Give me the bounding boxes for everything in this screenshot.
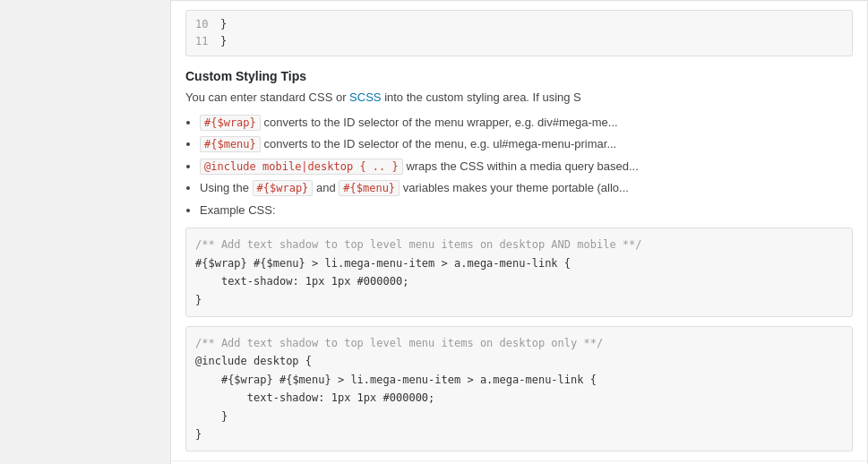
close-brace-outer: } xyxy=(195,428,202,441)
section-intro: You can enter standard CSS or SCSS into … xyxy=(185,89,853,107)
code-line-10: 10 } xyxy=(195,16,843,33)
code-wrap-2: #{$wrap} xyxy=(253,180,314,196)
list-item-4-prefix: Using the xyxy=(200,181,253,194)
comment-1: /** Add text shadow to top level menu it… xyxy=(195,238,642,251)
example-block-1: /** Add text shadow to top level menu it… xyxy=(185,228,853,317)
list-item-5: Example CSS: xyxy=(200,202,853,219)
code-include: @include mobile|desktop { .. } xyxy=(200,159,403,175)
code-top-block: 10 } 11 } xyxy=(185,10,853,56)
selector-2: #{$wrap} #{$menu} > li.mega-menu-item > … xyxy=(221,374,597,386)
property-2: text-shadow: 1px 1px #000000; xyxy=(247,391,435,404)
close-brace-1: } xyxy=(195,294,202,306)
list-item-4-suffix: variables makes your theme portable (all… xyxy=(403,181,629,194)
footer-bar: Save Changes ← xyxy=(171,460,867,464)
list-item-3-text: wraps the CSS within a media query based… xyxy=(406,159,638,173)
line-number-11: 11 xyxy=(195,33,220,50)
content-area: 10 } 11 } Custom Styling Tips You can en… xyxy=(171,1,867,460)
tips-list: #{$wrap} converts to the ID selector of … xyxy=(200,114,853,219)
code-menu: #{$menu} xyxy=(200,136,261,152)
code-menu-2: #{$menu} xyxy=(339,180,400,196)
line-content-11: } xyxy=(220,33,227,50)
include-desktop: @include desktop { xyxy=(195,355,312,367)
line-content-10: } xyxy=(220,16,227,33)
code-line-11: 11 } xyxy=(195,33,843,50)
list-item-3: @include mobile|desktop { .. } wraps the… xyxy=(200,158,853,176)
list-item-4-middle: and xyxy=(316,181,339,194)
property-1: text-shadow: 1px 1px #000000; xyxy=(221,275,409,288)
example-label: Example CSS: xyxy=(200,203,276,217)
list-item-4: Using the #{$wrap} and #{$menu} variable… xyxy=(200,179,853,197)
page-wrapper: 10 } 11 } Custom Styling Tips You can en… xyxy=(0,0,868,464)
example-block-2: /** Add text shadow to top level menu it… xyxy=(185,326,853,451)
comment-2: /** Add text shadow to top level menu it… xyxy=(195,337,603,349)
selector-1: #{$wrap} #{$menu} > li.mega-menu-item > … xyxy=(195,257,571,270)
intro-text-after: into the custom styling area. If using S xyxy=(384,90,581,104)
list-item-2: #{$menu} converts to the ID selector of … xyxy=(200,135,853,153)
intro-text-before: You can enter standard CSS or xyxy=(185,90,349,104)
section-title: Custom Styling Tips xyxy=(185,69,853,83)
list-item-1-text: converts to the ID selector of the menu … xyxy=(263,116,617,129)
line-number-10: 10 xyxy=(195,16,220,33)
code-wrap: #{$wrap} xyxy=(200,115,261,131)
close-brace-inner: } xyxy=(221,410,228,423)
scss-link[interactable]: SCSS xyxy=(349,90,381,104)
left-panel xyxy=(0,0,170,464)
main-content: 10 } 11 } Custom Styling Tips You can en… xyxy=(170,0,868,464)
list-item-1: #{$wrap} converts to the ID selector of … xyxy=(200,114,853,132)
list-item-2-text: converts to the ID selector of the menu,… xyxy=(263,137,616,150)
